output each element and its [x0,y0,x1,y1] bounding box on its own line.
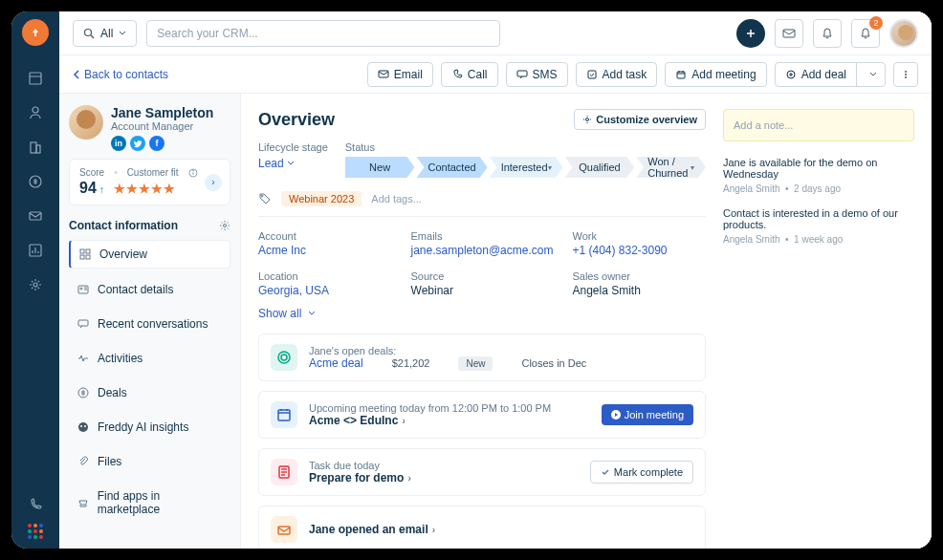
email-activity-card[interactable]: Jane opened an email › [258,506,706,549]
score-box[interactable]: Score • Customer fit 94 ↑ ★★★★★ › [69,159,230,205]
alerts-button[interactable]: 2 [851,19,880,48]
task-name[interactable]: Prepare for demo › [309,471,579,485]
deal-name[interactable]: Acme deal [309,356,363,370]
email-button[interactable]: Email [367,62,433,87]
nav-rail [11,11,59,549]
mark-complete-button[interactable]: Mark complete [590,461,693,484]
app-logo[interactable] [22,19,49,46]
add-deal-button[interactable]: Add deal [775,62,886,87]
nav-activities[interactable]: Activities [69,345,230,372]
deal-icon [271,344,297,371]
stage-won[interactable]: Won / Churned▾ [636,157,706,178]
deal-value: $21,202 [392,357,430,369]
nav-overview[interactable]: Overview [69,240,230,269]
nav-marketplace[interactable]: Find apps in marketplace [69,483,230,523]
contact-name: Jane Sampleton [111,105,213,120]
location-value[interactable]: Georgia, USA [258,284,392,297]
back-link[interactable]: Back to contacts [73,68,168,81]
svg-point-41 [80,425,82,427]
svg-rect-56 [278,527,290,534]
add-task-button[interactable]: Add task [576,62,658,87]
mail-button[interactable] [775,19,803,48]
account-label: Account [258,230,392,242]
page-header: Back to contacts Email Call SMS Add task… [59,55,932,94]
gear-icon[interactable] [219,220,230,231]
account-value[interactable]: Acme Inc [258,244,392,257]
rail-apps-icon[interactable] [28,524,43,539]
stage-new[interactable]: New [345,157,415,178]
stage-qualified[interactable]: Qualified [565,157,635,178]
search-placeholder: Search your CRM... [157,27,257,40]
add-meeting-button[interactable]: Add meeting [665,62,766,87]
add-tags[interactable]: Add tags... [371,193,422,205]
scope-selector[interactable]: All [73,20,137,47]
rail-settings-icon[interactable] [20,269,51,300]
add-button[interactable] [736,19,765,48]
nav-contact-details[interactable]: Contact details [69,276,230,303]
svg-rect-18 [677,72,685,78]
owner-value: Angela Smith [572,284,706,297]
source-value: Webinar [411,284,554,297]
svg-point-42 [84,425,86,427]
sms-button[interactable]: SMS [506,62,568,87]
tag-icon [258,192,272,205]
owner-label: Sales owner [572,270,706,282]
work-label: Work [572,230,706,242]
rail-accounts-icon[interactable] [20,132,51,162]
note-text: Contact is interested in a demo of our p… [723,207,914,230]
nav-conversations[interactable]: Recent conversations [69,311,230,337]
nav-deals[interactable]: Deals [69,379,230,406]
facebook-icon[interactable]: f [149,136,164,151]
rail-deals-icon[interactable] [20,166,51,197]
rail-contacts-icon[interactable] [20,97,51,128]
svg-point-23 [905,71,907,73]
task-card[interactable]: Task due today Prepare for demo › Mark c… [258,448,706,496]
deal-card[interactable]: Jane's open deals: Acme deal $21,202 New… [258,334,706,381]
notifications-button[interactable] [813,19,842,48]
svg-rect-4 [36,145,40,153]
svg-point-2 [33,107,38,113]
note-item[interactable]: Contact is interested in a demo of our p… [723,207,914,245]
more-button[interactable] [893,62,918,87]
nav-freddy[interactable]: Freddy AI insights [69,414,230,441]
expand-arrow-icon[interactable]: › [205,174,222,191]
emails-value[interactable]: jane.sampleton@acme.com [411,244,554,257]
meeting-title: Upcoming meeting today from 12:00 PM to … [309,402,590,414]
note-time: 2 days ago [794,183,841,194]
customize-button[interactable]: Customize overview [574,109,706,130]
show-all-link[interactable]: Show all [258,307,316,320]
search-input[interactable]: Search your CRM... [146,20,500,47]
note-author: Angela Smith [723,234,779,245]
contact-role: Account Manager [111,120,213,132]
email-activity-name[interactable]: Jane opened an email › [309,523,693,536]
mail-open-icon [271,516,297,543]
svg-rect-38 [78,320,88,326]
lifecycle-value[interactable]: Lead [258,157,328,170]
call-button[interactable]: Call [441,62,498,87]
rail-mail-icon[interactable] [20,201,51,231]
stage-interested[interactable]: Interested▾ [490,157,563,178]
meeting-card[interactable]: Upcoming meeting today from 12:00 PM to … [258,391,706,439]
nav-files[interactable]: Files [69,448,230,475]
work-value[interactable]: +1 (404) 832-3090 [572,244,706,257]
add-note-input[interactable]: Add a note... [723,109,914,141]
meeting-name[interactable]: Acme <> EduInc › [309,414,590,427]
task-icon [271,459,297,485]
join-meeting-button[interactable]: Join meeting [602,404,693,425]
rail-reports-icon[interactable] [20,235,51,266]
contact-avatar [69,105,103,140]
stage-contacted[interactable]: Contacted [416,157,487,178]
svg-rect-6 [30,212,41,220]
score-label: Score [79,167,104,178]
linkedin-icon[interactable]: in [111,136,126,151]
svg-rect-14 [783,30,795,37]
rail-dashboard-icon[interactable] [20,63,51,94]
user-avatar[interactable] [889,19,918,48]
scope-label: All [100,27,113,40]
tag-chip[interactable]: Webinar 2023 [281,191,362,206]
rail-phone-icon[interactable] [20,489,51,520]
calendar-icon [271,401,297,428]
twitter-icon[interactable] [130,136,145,151]
robot-icon [77,420,90,434]
note-item[interactable]: Jane is available for the demo on Wednes… [723,157,914,194]
